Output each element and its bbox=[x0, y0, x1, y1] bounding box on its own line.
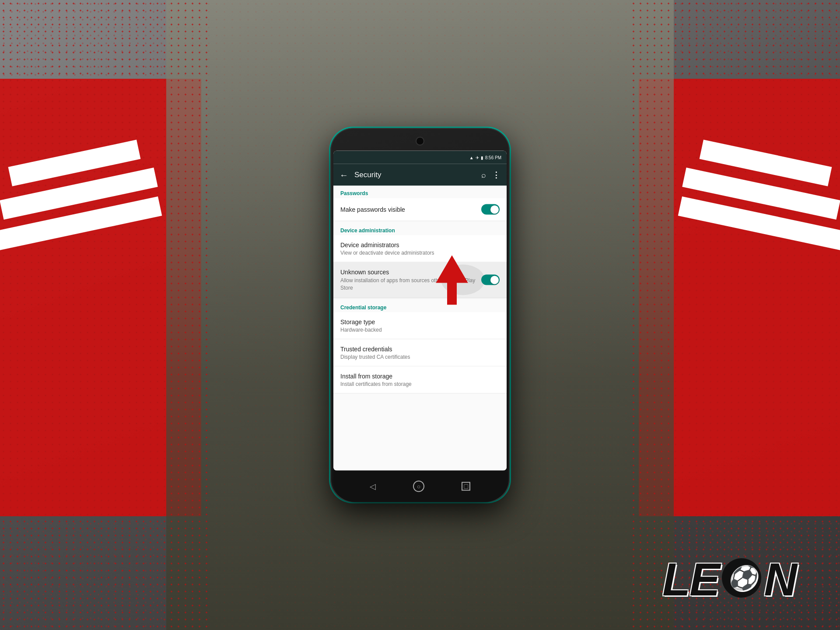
dot-pattern bbox=[0, 0, 210, 630]
trusted-credentials-desc: Display trusted CA certificates bbox=[340, 354, 500, 360]
leon-text-le: LE bbox=[662, 553, 719, 606]
back-button[interactable]: ← bbox=[340, 170, 348, 180]
phone-screen: ▲ ✈ ▮ 8:56 PM ← Security ⌕ ⋮ Passwords bbox=[333, 151, 507, 471]
unknown-sources-item[interactable]: Unknown sources Allow installation of ap… bbox=[333, 262, 507, 298]
unknown-sources-desc: Allow installation of apps from sources … bbox=[340, 277, 477, 292]
device-admin-label: Device administration bbox=[333, 223, 507, 235]
more-button[interactable]: ⋮ bbox=[492, 170, 500, 180]
trusted-credentials-item[interactable]: Trusted credentials Display trusted CA c… bbox=[333, 339, 507, 366]
install-from-storage-item[interactable]: Install from storage Install certificate… bbox=[333, 366, 507, 393]
storage-type-item[interactable]: Storage type Hardware-backed bbox=[333, 312, 507, 339]
trusted-credentials-title: Trusted credentials bbox=[340, 345, 500, 352]
make-passwords-item[interactable]: Make passwords visible bbox=[333, 198, 507, 221]
device-admins-item[interactable]: Device administrators View or deactivate… bbox=[333, 235, 507, 262]
install-from-storage-desc: Install certificates from storage bbox=[340, 381, 500, 387]
status-bar: ▲ ✈ ▮ 8:56 PM bbox=[333, 151, 507, 164]
toggle-knob-2 bbox=[490, 276, 499, 284]
credential-storage-label: Credential storage bbox=[333, 300, 507, 312]
airplane-icon: ✈ bbox=[476, 155, 479, 160]
wifi-icon: ▲ bbox=[469, 155, 474, 160]
device-admin-section: Device administration Device administrat… bbox=[333, 223, 507, 298]
header-title: Security bbox=[354, 171, 475, 179]
credential-storage-section: Credential storage Storage type Hardware… bbox=[333, 300, 507, 393]
leon-text-n: N bbox=[764, 553, 796, 606]
leon-ball: ⚽ bbox=[722, 558, 761, 598]
passwords-section: Passwords Make passwords visible bbox=[333, 186, 507, 221]
home-nav-button[interactable]: ○ bbox=[413, 481, 424, 492]
search-button[interactable]: ⌕ bbox=[481, 170, 486, 179]
make-passwords-content: Make passwords visible bbox=[340, 206, 481, 213]
install-from-storage-title: Install from storage bbox=[340, 372, 500, 379]
back-nav-button[interactable]: ◁ bbox=[370, 482, 376, 491]
nav-bar: ◁ ○ □ bbox=[333, 471, 507, 502]
storage-type-title: Storage type bbox=[340, 318, 500, 325]
dot-pattern bbox=[630, 0, 840, 630]
unknown-sources-content: Unknown sources Allow installation of ap… bbox=[340, 269, 477, 292]
unknown-sources-title: Unknown sources bbox=[340, 269, 477, 276]
toggle-knob bbox=[490, 205, 499, 214]
recent-nav-button[interactable]: □ bbox=[462, 482, 470, 491]
storage-type-desc: Hardware-backed bbox=[340, 326, 500, 332]
battery-icon: ▮ bbox=[481, 155, 483, 160]
leon-logo: LE ⚽ N bbox=[662, 553, 796, 606]
status-time: 8:56 PM bbox=[485, 155, 501, 160]
app-header: ← Security ⌕ ⋮ bbox=[333, 164, 507, 186]
camera bbox=[416, 137, 424, 146]
phone-body: ▲ ✈ ▮ 8:56 PM ← Security ⌕ ⋮ Passwords bbox=[330, 128, 510, 502]
make-passwords-toggle[interactable] bbox=[481, 204, 500, 215]
device-admins-desc: View or deactivate device administrators bbox=[340, 250, 500, 256]
device-admins-title: Device administrators bbox=[340, 242, 500, 248]
passwords-label: Passwords bbox=[333, 186, 507, 198]
left-decoration bbox=[0, 0, 210, 630]
screen-content: Passwords Make passwords visible Device … bbox=[333, 186, 507, 471]
make-passwords-title: Make passwords visible bbox=[340, 206, 481, 213]
phone: ▲ ✈ ▮ 8:56 PM ← Security ⌕ ⋮ Passwords bbox=[330, 128, 510, 502]
right-decoration bbox=[630, 0, 840, 630]
unknown-sources-toggle[interactable] bbox=[481, 275, 500, 285]
